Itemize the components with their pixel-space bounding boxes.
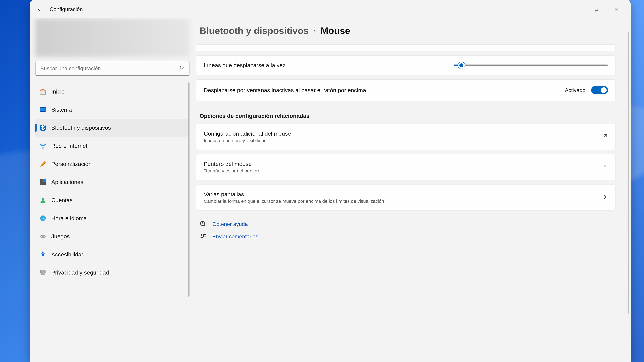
sidebar-item-label: Privacidad y seguridad	[51, 269, 109, 276]
svg-point-10	[42, 197, 44, 200]
window-controls	[566, 2, 626, 16]
svg-text:?: ?	[202, 222, 203, 225]
shield-icon	[39, 269, 46, 276]
close-button[interactable]	[606, 2, 626, 16]
get-help-link[interactable]: ? Obtener ayuda	[200, 221, 616, 228]
sidebar-item-label: Juegos	[51, 233, 70, 240]
link-multiple-displays[interactable]: Varias pantallas Cambiar la forma en que…	[196, 185, 616, 211]
content-scrollbar[interactable]	[628, 32, 629, 314]
sidebar-item-aplicaciones[interactable]: Aplicaciones	[35, 173, 188, 191]
svg-point-1	[180, 66, 183, 69]
link-subtitle: Iconos de puntero y visibilidad	[204, 138, 291, 143]
slider-track	[454, 64, 608, 66]
setting-scroll-lines: Líneas que desplazarse a la vez	[196, 55, 616, 75]
search-box[interactable]	[35, 61, 190, 76]
sidebar-item-label: Accesibilidad	[51, 251, 84, 258]
svg-point-14	[44, 236, 44, 237]
breadcrumb-current: Mouse	[320, 25, 350, 36]
scroll-inactive-toggle[interactable]	[591, 86, 608, 94]
sidebar-item-label: Aplicaciones	[51, 179, 83, 185]
sidebar-item-sistema[interactable]: Sistema	[35, 100, 188, 119]
sidebar-item-label: Hora e idioma	[51, 215, 87, 222]
link-additional-mouse-settings[interactable]: Configuración adicional del mouse Iconos…	[196, 124, 616, 150]
chevron-right-icon: ›	[313, 26, 316, 35]
sidebar-item-red[interactable]: Red e Internet	[35, 137, 188, 155]
user-profile-card[interactable]	[35, 18, 190, 57]
paintbrush-icon	[39, 160, 46, 168]
link-subtitle: Tamaño y color del puntero	[204, 168, 260, 174]
time-language-icon	[39, 215, 46, 222]
svg-rect-12	[40, 235, 46, 238]
footer-link-label: Enviar comentarios	[212, 233, 258, 240]
sidebar-item-label: Red e Internet	[51, 143, 88, 149]
open-external-icon	[602, 133, 608, 140]
accounts-icon	[39, 196, 46, 204]
help-icon: ?	[200, 221, 206, 228]
sidebar-item-inicio[interactable]: Inicio	[35, 82, 188, 100]
svg-rect-0	[595, 8, 598, 10]
scroll-lines-slider[interactable]	[454, 64, 608, 66]
svg-rect-2	[40, 107, 46, 111]
breadcrumb: Bluetooth y dispositivos › Mouse	[196, 18, 616, 44]
search-icon	[180, 65, 185, 72]
settings-window: Configuración	[30, 0, 630, 362]
svg-rect-9	[43, 182, 46, 185]
system-icon	[39, 106, 46, 113]
setting-label: Líneas que desplazarse a la vez	[204, 62, 286, 68]
gaming-icon	[39, 233, 46, 240]
sidebar-item-accesibilidad[interactable]: Accesibilidad	[35, 245, 188, 264]
back-button[interactable]	[34, 4, 45, 14]
svg-point-13	[41, 236, 42, 237]
sidebar-item-label: Cuentas	[51, 197, 72, 203]
sidebar-item-personalizacion[interactable]: Personalización	[35, 155, 188, 173]
breadcrumb-parent[interactable]: Bluetooth y dispositivos	[200, 25, 308, 36]
link-subtitle: Cambiar la forma en que el cursor se mue…	[204, 199, 384, 204]
accessibility-icon	[39, 251, 46, 258]
toggle-state-label: Activado	[565, 87, 586, 93]
sidebar-item-bluetooth[interactable]: Bluetooth y dispositivos	[35, 119, 188, 137]
card-partial-top	[196, 44, 616, 51]
svg-rect-8	[40, 182, 43, 185]
sidebar-item-label: Bluetooth y dispositivos	[51, 124, 111, 131]
link-title: Configuración adicional del mouse	[204, 130, 291, 137]
related-settings-heading: Opciones de configuración relacionadas	[196, 105, 616, 124]
sidebar-item-label: Sistema	[51, 106, 72, 113]
chevron-right-icon	[602, 194, 608, 201]
app-title: Configuración	[50, 6, 83, 12]
link-mouse-pointer[interactable]: Puntero del mouse Tamaño y color del pun…	[196, 154, 616, 180]
sidebar-nav: Inicio Sistema Bluetooth y dispositivos	[35, 82, 190, 357]
sidebar-item-juegos[interactable]: Juegos	[35, 227, 188, 245]
minimize-button[interactable]	[566, 2, 586, 16]
wifi-icon	[39, 142, 46, 149]
setting-scroll-inactive: Desplazarse por ventanas inactivas al pa…	[196, 79, 616, 101]
footer-links: ? Obtener ayuda Enviar comentarios	[196, 215, 616, 240]
apps-icon	[39, 178, 46, 186]
svg-rect-7	[43, 179, 46, 182]
svg-point-18	[201, 234, 202, 236]
sidebar-item-label: Inicio	[51, 88, 64, 95]
sidebar-item-label: Personalización	[51, 161, 92, 167]
send-feedback-link[interactable]: Enviar comentarios	[200, 233, 616, 240]
maximize-button[interactable]	[586, 2, 606, 16]
setting-label: Desplazarse por ventanas inactivas al pa…	[204, 87, 366, 93]
content-pane: Bluetooth y dispositivos › Mouse Líneas …	[194, 18, 630, 362]
slider-thumb[interactable]	[458, 62, 465, 69]
sidebar: Inicio Sistema Bluetooth y dispositivos	[30, 18, 194, 362]
svg-rect-6	[40, 179, 43, 182]
chevron-right-icon	[602, 164, 608, 171]
bluetooth-icon	[39, 124, 46, 131]
feedback-icon	[200, 233, 206, 240]
titlebar: Configuración	[30, 0, 630, 18]
search-input[interactable]	[35, 61, 190, 76]
sidebar-item-hora[interactable]: Hora e idioma	[35, 209, 188, 227]
svg-point-5	[42, 148, 44, 149]
link-title: Puntero del mouse	[204, 161, 260, 167]
home-icon	[39, 88, 46, 95]
sidebar-item-privacidad[interactable]: Privacidad y seguridad	[35, 264, 188, 282]
sidebar-item-cuentas[interactable]: Cuentas	[35, 191, 188, 209]
footer-link-label: Obtener ayuda	[212, 221, 248, 227]
link-title: Varias pantallas	[204, 191, 384, 198]
svg-point-15	[42, 251, 44, 253]
